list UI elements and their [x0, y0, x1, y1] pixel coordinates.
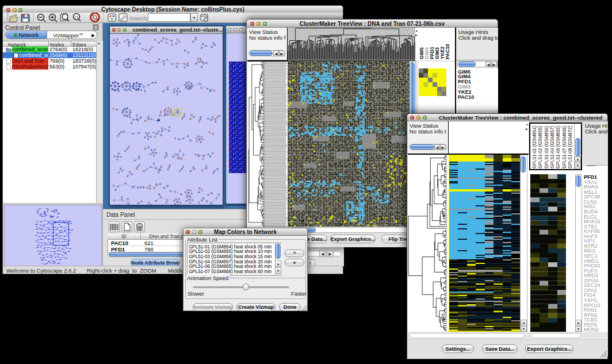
- svg-text:GPL51-08 (GSM872): GPL51-08 (GSM872): [568, 126, 573, 168]
- svg-text:PAC10: PAC10: [445, 44, 450, 59]
- svg-text:GPL51-03 (GSM856): GPL51-03 (GSM856): [544, 126, 549, 168]
- svg-text:GPL51-04 (GSM857): GPL51-04 (GSM857): [550, 126, 555, 168]
- svg-text:1:1: 1:1: [75, 16, 79, 19]
- svg-text:GPL51-07 (GSM868): GPL51-07 (GSM868): [562, 126, 567, 168]
- svg-text:GPL51-06 (GSM865): GPL51-06 (GSM865): [556, 126, 561, 168]
- svg-text:GPL51-01 (GSM854): GPL51-01 (GSM854): [532, 126, 537, 168]
- svg-text:GPL51-02 (GSM855): GPL51-02 (GSM855): [538, 126, 543, 168]
